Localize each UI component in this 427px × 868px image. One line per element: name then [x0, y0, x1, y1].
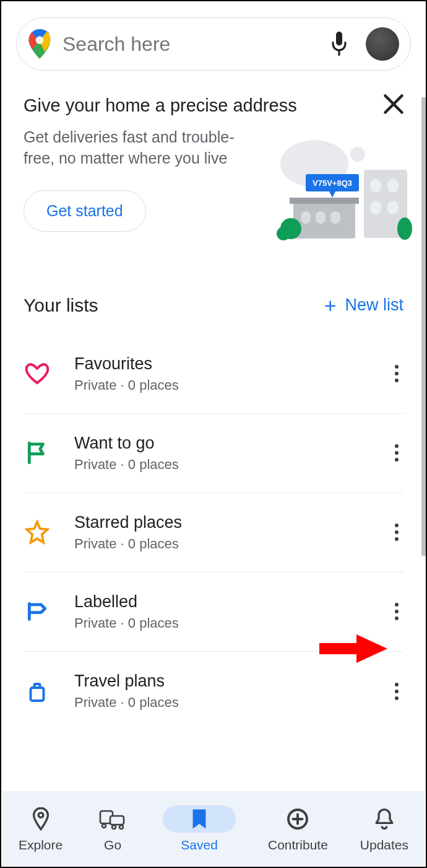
list-title: Travel plans	[74, 672, 179, 691]
nav-label: Contribute	[268, 838, 328, 853]
more-options-icon[interactable]	[390, 439, 403, 467]
more-options-icon[interactable]	[390, 598, 403, 625]
star-icon	[24, 519, 51, 546]
promo-title: Give your home a precise address	[24, 95, 403, 116]
svg-marker-21	[329, 191, 335, 198]
promo-body: Get deliveries fast and trouble-free, no…	[24, 127, 259, 169]
list-item-favourites[interactable]: Favourites Private · 0 places	[24, 335, 403, 414]
pin-icon	[23, 805, 59, 833]
more-options-icon[interactable]	[390, 360, 403, 387]
svg-rect-1	[336, 32, 342, 46]
your-lists-heading: Your lists	[24, 295, 98, 316]
nav-label: Go	[104, 838, 121, 853]
list-subtitle: Private · 0 places	[74, 536, 182, 552]
bottom-navigation: ExploreGoSavedContributeUpdates	[2, 791, 425, 867]
bookmark-icon	[163, 805, 236, 833]
list-title: Labelled	[74, 592, 179, 612]
search-input[interactable]	[63, 33, 330, 56]
list-subtitle: Private · 0 places	[74, 695, 179, 711]
svg-rect-15	[316, 211, 326, 224]
svg-rect-23	[31, 688, 44, 701]
bell-icon	[366, 805, 402, 833]
close-icon[interactable]	[382, 93, 405, 115]
svg-point-0	[36, 36, 44, 44]
get-started-button[interactable]: Get started	[24, 190, 146, 232]
svg-point-19	[397, 217, 412, 240]
search-bar[interactable]	[16, 17, 411, 71]
more-options-icon[interactable]	[390, 678, 403, 705]
svg-point-29	[112, 825, 116, 829]
svg-rect-9	[387, 179, 399, 193]
plus-circle-icon	[280, 805, 316, 833]
list-item-labelled[interactable]: Labelled Private · 0 places	[24, 572, 403, 652]
svg-rect-13	[290, 198, 359, 204]
google-maps-logo-icon	[28, 29, 51, 59]
heart-icon	[24, 360, 51, 387]
list-title: Favourites	[74, 354, 179, 374]
nav-label: Explore	[19, 838, 63, 853]
list-title: Want to go	[74, 434, 179, 453]
list-subtitle: Private · 0 places	[74, 377, 179, 393]
svg-rect-16	[330, 211, 340, 224]
nav-label: Saved	[181, 838, 218, 853]
list-item-starred-places[interactable]: Starred places Private · 0 places	[24, 493, 403, 572]
svg-rect-11	[387, 201, 399, 214]
svg-text:V75V+8Q3: V75V+8Q3	[313, 178, 352, 188]
svg-rect-8	[370, 179, 381, 193]
transit-icon	[95, 805, 131, 833]
svg-point-27	[102, 824, 106, 828]
list-item-travel-plans[interactable]: Travel plans Private · 0 places	[24, 652, 403, 731]
plus-icon: +	[324, 295, 337, 316]
profile-avatar[interactable]	[366, 27, 399, 61]
more-options-icon[interactable]	[390, 519, 403, 546]
home-address-promo: Give your home a precise address Get del…	[1, 71, 426, 232]
new-list-label: New list	[345, 296, 403, 315]
nav-contribute[interactable]: Contribute	[268, 805, 328, 853]
list-subtitle: Private · 0 places	[74, 457, 179, 473]
suitcase-icon	[24, 678, 51, 705]
nav-updates[interactable]: Updates	[360, 805, 408, 853]
list-title: Starred places	[74, 513, 182, 532]
svg-rect-14	[301, 211, 311, 224]
svg-point-25	[38, 813, 43, 818]
nav-go[interactable]: Go	[95, 805, 131, 853]
svg-point-30	[119, 825, 123, 829]
nav-explore[interactable]: Explore	[19, 805, 63, 853]
svg-point-18	[277, 227, 290, 240]
list-item-want-to-go[interactable]: Want to go Private · 0 places	[24, 414, 403, 493]
svg-point-6	[350, 147, 365, 162]
flag-icon	[24, 439, 51, 467]
nav-label: Updates	[360, 838, 408, 853]
promo-illustration: V75V+8Q3	[271, 136, 413, 247]
svg-rect-28	[110, 816, 124, 825]
label-icon	[24, 598, 51, 625]
new-list-button[interactable]: + New list	[324, 295, 403, 316]
nav-saved[interactable]: Saved	[163, 805, 236, 853]
microphone-icon[interactable]	[330, 32, 348, 56]
svg-rect-10	[370, 201, 381, 214]
list-subtitle: Private · 0 places	[74, 615, 179, 631]
